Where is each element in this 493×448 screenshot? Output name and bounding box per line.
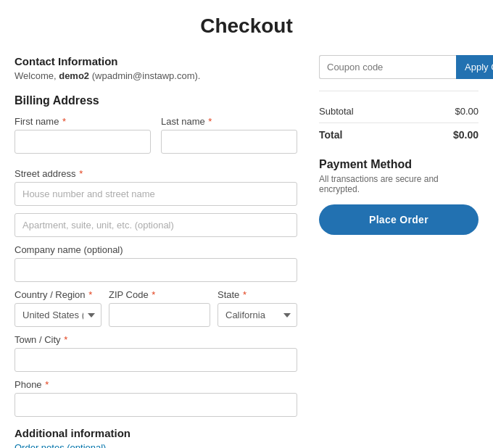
required-star: * [240, 289, 246, 300]
coupon-input[interactable] [319, 55, 456, 79]
billing-section: Billing Address First name * Last name * [14, 94, 297, 417]
required-star: * [43, 379, 49, 390]
required-star: * [62, 334, 68, 345]
company-name-label: Company name (optional) [14, 244, 297, 255]
additional-section-title: Additional information [14, 427, 297, 439]
company-name-input[interactable] [14, 258, 297, 282]
street-address-input[interactable] [14, 182, 297, 206]
zip-group: ZIP Code * [109, 289, 210, 327]
country-select[interactable]: United States (... [14, 303, 102, 327]
town-label: Town / City * [14, 334, 297, 345]
zip-label: ZIP Code * [109, 289, 210, 300]
first-name-input[interactable] [14, 130, 151, 154]
payment-section: Payment Method All transactions are secu… [319, 158, 478, 235]
phone-label: Phone * [14, 379, 297, 390]
contact-info-section: Contact Information Welcome, demo2 (wpad… [14, 55, 297, 81]
required-star: * [59, 116, 66, 127]
coupon-row: Apply Coupon [319, 55, 478, 79]
last-name-group: Last name * [161, 116, 297, 154]
payment-description: All transactions are secure and encrypte… [319, 174, 478, 194]
apartment-input[interactable] [14, 213, 297, 237]
apartment-group [14, 213, 297, 237]
phone-input[interactable] [14, 393, 297, 417]
order-summary: Subtotal $0.00 Total $0.00 [319, 91, 478, 146]
place-order-button[interactable]: Place Order [319, 204, 478, 235]
required-star: * [77, 168, 83, 179]
country-zip-state-row: Country / Region * United States (... ZI… [14, 289, 297, 327]
subtotal-label: Subtotal [319, 106, 354, 117]
right-column: Apply Coupon Subtotal $0.00 Total $0.00 … [319, 55, 478, 246]
required-star: * [206, 116, 212, 127]
required-star: * [149, 289, 156, 300]
phone-group: Phone * [14, 379, 297, 417]
first-name-label: First name * [14, 116, 151, 127]
username: demo2 [59, 70, 89, 81]
street-address-label: Street address * [14, 168, 297, 179]
order-notes-label: Order notes (optional) [14, 442, 297, 448]
welcome-text: Welcome, [14, 70, 57, 81]
last-name-label: Last name * [161, 116, 297, 127]
country-group: Country / Region * United States (... [14, 289, 102, 327]
subtotal-row: Subtotal $0.00 [319, 100, 478, 123]
town-group: Town / City * [14, 334, 297, 372]
page-title: Checkout [14, 14, 478, 38]
contact-welcome: Welcome, demo2 (wpadmin@instawp.com). [14, 70, 297, 81]
state-select[interactable]: California [218, 303, 297, 327]
name-row: First name * Last name * [14, 116, 297, 161]
total-row: Total $0.00 [319, 123, 478, 146]
state-label: State * [218, 289, 297, 300]
country-label: Country / Region * [14, 289, 102, 300]
payment-title: Payment Method [319, 158, 478, 171]
subtotal-value: $0.00 [455, 106, 478, 117]
additional-section: Additional information Order notes (opti… [14, 427, 297, 448]
apply-coupon-button[interactable]: Apply Coupon [456, 55, 493, 79]
user-email: wpadmin@instawp.com [95, 70, 194, 81]
contact-section-title: Contact Information [14, 55, 297, 67]
last-name-input[interactable] [161, 130, 297, 154]
required-star: * [86, 289, 93, 300]
total-value: $0.00 [453, 129, 478, 141]
left-column: Contact Information Welcome, demo2 (wpad… [14, 55, 297, 448]
town-input[interactable] [14, 348, 297, 372]
billing-section-title: Billing Address [14, 94, 297, 107]
company-name-group: Company name (optional) [14, 244, 297, 282]
street-address-group: Street address * [14, 168, 297, 206]
first-name-group: First name * [14, 116, 151, 154]
zip-input[interactable] [109, 303, 210, 327]
total-label: Total [319, 129, 342, 141]
state-group: State * California [218, 289, 297, 327]
